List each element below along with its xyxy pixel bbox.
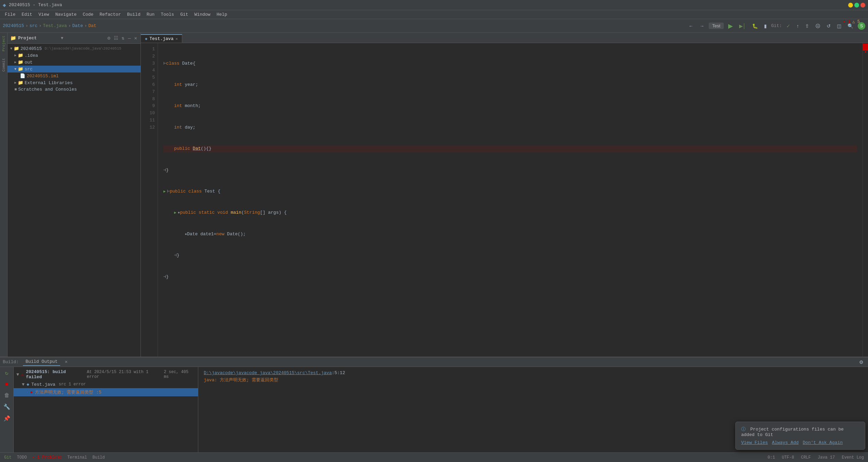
tree-scratches[interactable]: ■ Scratches and Consoles [8,86,141,93]
code-area[interactable]: ⊢class Date{ int year; int month; int da… [158,43,863,357]
tree-iml[interactable]: 📄 20240515.iml [8,72,141,79]
fold-marker-10[interactable]: ⊣ [174,253,177,258]
build-tree-testjava[interactable]: ▼ ◆ Test.java src 1 error [14,381,198,388]
bottom-tab-build-output[interactable]: Build Output [23,358,61,366]
status-bar-right: 0:1 UTF-8 CRLF Java 17 Event Log [766,455,865,460]
run-arrow-7[interactable]: ▶ [163,189,166,194]
git-check-button[interactable]: ✓ [785,23,792,29]
debug-button[interactable]: 🐛 [750,23,760,29]
status-encoding[interactable]: UTF-8 [780,455,796,460]
build-tree-root[interactable]: ▼ ⚠ 20240515: build failed At 2024/5/15 … [14,368,198,381]
breadcrumb-method[interactable]: Dat [89,23,96,28]
status-bar: Git TODO ✕ 1 Problems Terminal Build 0:1… [0,452,868,462]
error-item-icon: ● [30,390,33,395]
sidebar-icon-project[interactable]: Project [0,34,7,53]
project-dropdown-icon[interactable]: ▼ [61,36,63,41]
panel-hide-icon[interactable]: ✕ [134,35,138,42]
menu-build[interactable]: Build [124,11,143,18]
build-tree-error-item[interactable]: ● 方法声明无效; 需要返回类型 :5 [14,388,198,396]
build-stop-button[interactable]: ■ [4,380,10,389]
panel-gear-icon[interactable]: ⚙ [107,35,111,42]
menu-tools[interactable]: Tools [158,11,177,18]
sidebar-icon-commit[interactable]: Commit [0,57,7,73]
status-todo[interactable]: TODO [16,455,28,460]
build-pin-button[interactable]: 📌 [2,414,12,423]
fold-marker-11[interactable]: ⊣ [163,274,166,279]
menu-code[interactable]: Code [80,11,96,18]
status-java-version[interactable]: Java 17 [816,455,836,460]
git-rollback-button[interactable]: ↺ [825,23,832,29]
status-git[interactable]: Git [3,455,13,460]
menu-window[interactable]: Window [192,11,213,18]
build-settings-button[interactable]: ⚙ [857,359,865,366]
line-num-10: 10 [141,110,155,117]
git-always-add-button[interactable]: Always Add [772,440,799,445]
breadcrumb-project[interactable]: 20240515 [3,23,24,28]
close-button[interactable] [860,3,865,8]
line-num-9: 9 [141,103,155,110]
root-folder-icon: 📁 [14,46,19,51]
build-output-link-line: D:\javacode\javacode_java\20240515\src\T… [204,370,863,377]
menu-git[interactable]: Git [177,11,191,18]
breadcrumb-file[interactable]: Test.java [43,23,67,28]
back-button[interactable]: ← [687,23,695,29]
git-view-files-button[interactable]: View Files [741,440,768,445]
breadcrumb-class[interactable]: Date [72,23,83,28]
build-button[interactable]: ▶│ [737,23,748,29]
tree-ext-libs[interactable]: ► 📁 External Libraries [8,79,141,86]
status-terminal[interactable]: Terminal [66,455,89,460]
tree-out[interactable]: ► 📁 out [8,59,141,66]
editor-tab-test-java[interactable]: ◆ Test.java ✕ [141,34,182,43]
panel-layout-icon[interactable]: ☷ [113,35,119,42]
line-numbers: 1 2 3 4 5 6 7 8 9 10 11 12 [141,43,158,357]
line-num-12: 12 [141,124,155,131]
git-shelve-button[interactable]: ◫ [835,23,843,29]
panel-collapse-icon[interactable]: — [127,35,131,42]
git-update-button[interactable]: ↑ [795,23,801,29]
minimize-button[interactable] [848,3,853,8]
editor-content[interactable]: 1 2 3 4 5 6 7 8 9 10 11 12 ⊢class Date{ … [141,43,868,357]
status-build[interactable]: Build [91,455,106,460]
panel-sort-icon[interactable]: ⇅ [121,35,125,42]
status-event-log[interactable]: Event Log [840,455,865,460]
run-config-selector[interactable]: Test [709,23,724,29]
status-cursor-pos[interactable]: 0:1 [766,455,776,460]
coverage-button[interactable]: ▮ [762,23,769,29]
maximize-button[interactable] [854,3,859,8]
fold-marker-1[interactable]: ⊢ [163,61,166,66]
menu-help[interactable]: Help [214,11,230,18]
menu-refactor[interactable]: Refactor [97,11,123,18]
git-label: Git: [771,23,782,28]
git-dont-ask-button[interactable]: Don't Ask Again [803,440,843,445]
build-child-detail: src 1 error [59,382,86,387]
breadcrumb: 20240515 › src › Test.java › Date › Dat [3,23,685,28]
error-stripe-top[interactable] [863,44,868,51]
menu-file[interactable]: File [2,11,18,18]
line-num-6: 6 [141,81,155,89]
build-rerun-button[interactable]: ↻ [4,368,10,378]
tree-root[interactable]: ▼ 📁 20240515 D:\javacode\javacode_java\2… [8,45,141,52]
status-problems[interactable]: ✕ 1 Problems [31,455,63,460]
tree-arrow-ext: ► [14,81,16,85]
build-clear-button[interactable]: 🗑 [3,391,11,400]
project-tree: ▼ 📁 20240515 D:\javacode\javacode_java\2… [8,44,141,357]
breadcrumb-src[interactable]: src [29,23,37,28]
menu-run[interactable]: Run [144,11,157,18]
forward-button[interactable]: → [698,23,706,29]
tree-idea[interactable]: ► 📁 .idea [8,52,141,59]
tree-src[interactable]: ▼ 📁 src [8,66,141,72]
run-arrow-8[interactable]: ▶ [174,211,176,215]
build-file-link[interactable]: D:\javacode\javacode_java\20240515\src\T… [204,370,332,375]
status-line-sep[interactable]: CRLF [800,455,812,460]
git-push-button[interactable]: ⇧ [803,23,811,29]
fold-marker-6[interactable]: ⊣ [163,168,166,173]
run-button[interactable]: ▶ [726,22,735,30]
menu-navigate[interactable]: Navigate [53,11,79,18]
menu-edit[interactable]: Edit [19,11,35,18]
menu-view[interactable]: View [36,11,52,18]
error-stripe-1[interactable] [865,51,866,53]
build-output-close-button[interactable]: ✕ [63,359,69,365]
build-wrench-button[interactable]: 🔧 [2,402,12,412]
tab-close-button[interactable]: ✕ [175,37,178,41]
git-history-button[interactable]: ☹ [814,23,822,29]
